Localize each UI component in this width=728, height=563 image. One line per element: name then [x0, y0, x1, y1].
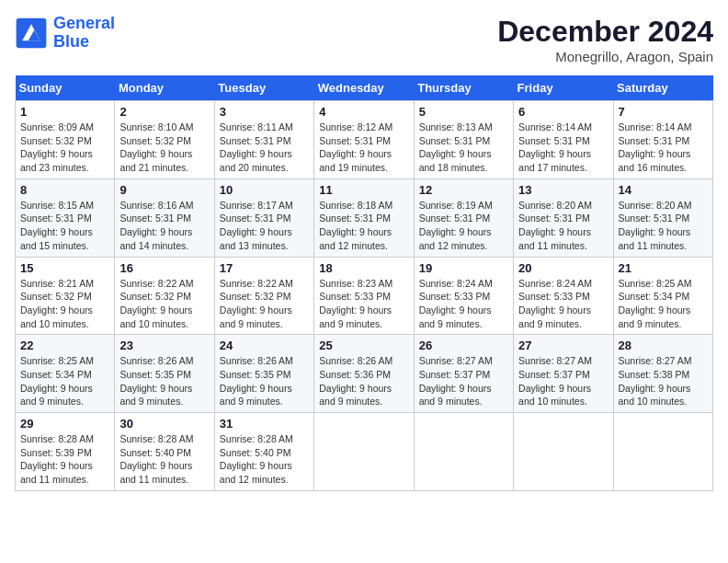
day-number: 25	[319, 339, 408, 352]
calendar-cell: 3 Sunrise: 8:11 AMSunset: 5:31 PMDayligh…	[214, 101, 313, 179]
calendar-cell: 13 Sunrise: 8:20 AMSunset: 5:31 PMDaylig…	[514, 178, 613, 257]
day-info: Sunrise: 8:09 AMSunset: 5:32 PMDaylight:…	[20, 121, 94, 173]
day-number: 3	[220, 105, 309, 119]
calendar-cell: 8 Sunrise: 8:15 AMSunset: 5:31 PMDayligh…	[16, 178, 115, 257]
calendar-cell	[613, 413, 712, 491]
day-number: 9	[119, 183, 209, 197]
calendar-week-row: 1 Sunrise: 8:09 AMSunset: 5:32 PMDayligh…	[16, 101, 713, 179]
day-info: Sunrise: 8:16 AMSunset: 5:31 PMDaylight:…	[119, 200, 193, 251]
calendar-cell	[314, 413, 414, 491]
calendar-cell: 1 Sunrise: 8:09 AMSunset: 5:32 PMDayligh…	[16, 101, 115, 179]
day-info: Sunrise: 8:14 AMSunset: 5:31 PMDaylight:…	[518, 121, 592, 173]
day-info: Sunrise: 8:17 AMSunset: 5:31 PMDaylight:…	[220, 200, 293, 251]
day-number: 23	[119, 339, 209, 352]
logo-icon	[15, 17, 48, 50]
day-number: 7	[619, 105, 708, 119]
day-info: Sunrise: 8:27 AMSunset: 5:38 PMDaylight:…	[619, 355, 692, 407]
col-saturday: Saturday	[613, 75, 712, 101]
day-info: Sunrise: 8:28 AMSunset: 5:40 PMDaylight:…	[119, 433, 193, 485]
calendar-cell: 20 Sunrise: 8:24 AMSunset: 5:33 PMDaylig…	[514, 257, 613, 335]
day-info: Sunrise: 8:24 AMSunset: 5:33 PMDaylight:…	[518, 278, 592, 329]
day-number: 30	[119, 417, 209, 431]
calendar-cell: 26 Sunrise: 8:27 AMSunset: 5:37 PMDaylig…	[414, 335, 513, 413]
calendar-cell: 25 Sunrise: 8:26 AMSunset: 5:36 PMDaylig…	[314, 335, 414, 413]
day-number: 20	[518, 261, 608, 275]
logo-text: General Blue	[53, 15, 115, 52]
calendar-table: Sunday Monday Tuesday Wednesday Thursday…	[15, 75, 713, 491]
calendar-cell: 23 Sunrise: 8:26 AMSunset: 5:35 PMDaylig…	[115, 335, 214, 413]
calendar-cell: 14 Sunrise: 8:20 AMSunset: 5:31 PMDaylig…	[613, 178, 712, 257]
day-number: 18	[319, 261, 408, 275]
day-number: 14	[619, 183, 708, 197]
calendar-cell: 12 Sunrise: 8:19 AMSunset: 5:31 PMDaylig…	[414, 178, 513, 257]
calendar-cell: 18 Sunrise: 8:23 AMSunset: 5:33 PMDaylig…	[314, 257, 414, 335]
day-info: Sunrise: 8:13 AMSunset: 5:31 PMDaylight:…	[419, 121, 493, 173]
calendar-header-row: Sunday Monday Tuesday Wednesday Thursday…	[16, 75, 713, 101]
calendar-cell: 2 Sunrise: 8:10 AMSunset: 5:32 PMDayligh…	[115, 101, 214, 179]
calendar-cell	[414, 413, 513, 491]
month-title: December 2024	[497, 15, 713, 49]
day-number: 12	[419, 183, 508, 197]
calendar-cell: 11 Sunrise: 8:18 AMSunset: 5:31 PMDaylig…	[314, 178, 414, 257]
day-number: 4	[319, 105, 408, 119]
day-info: Sunrise: 8:27 AMSunset: 5:37 PMDaylight:…	[518, 355, 592, 407]
day-info: Sunrise: 8:15 AMSunset: 5:31 PMDaylight:…	[20, 200, 94, 251]
day-info: Sunrise: 8:23 AMSunset: 5:33 PMDaylight:…	[319, 278, 392, 329]
day-info: Sunrise: 8:12 AMSunset: 5:31 PMDaylight:…	[319, 121, 392, 173]
calendar-cell	[514, 413, 613, 491]
calendar-cell: 17 Sunrise: 8:22 AMSunset: 5:32 PMDaylig…	[214, 257, 313, 335]
col-sunday: Sunday	[16, 75, 115, 101]
day-info: Sunrise: 8:14 AMSunset: 5:31 PMDaylight:…	[619, 121, 692, 173]
day-info: Sunrise: 8:19 AMSunset: 5:31 PMDaylight:…	[419, 200, 493, 251]
day-number: 26	[419, 339, 508, 352]
page-header: General Blue December 2024 Monegrillo, A…	[15, 15, 713, 64]
day-info: Sunrise: 8:20 AMSunset: 5:31 PMDaylight:…	[518, 200, 592, 251]
calendar-cell: 21 Sunrise: 8:25 AMSunset: 5:34 PMDaylig…	[613, 257, 712, 335]
day-number: 16	[119, 261, 209, 275]
calendar-cell: 28 Sunrise: 8:27 AMSunset: 5:38 PMDaylig…	[613, 335, 712, 413]
calendar-week-row: 29 Sunrise: 8:28 AMSunset: 5:39 PMDaylig…	[16, 413, 713, 491]
day-number: 15	[20, 261, 109, 275]
calendar-week-row: 22 Sunrise: 8:25 AMSunset: 5:34 PMDaylig…	[16, 335, 713, 413]
day-number: 6	[518, 105, 608, 119]
day-info: Sunrise: 8:20 AMSunset: 5:31 PMDaylight:…	[619, 200, 692, 251]
calendar-cell: 19 Sunrise: 8:24 AMSunset: 5:33 PMDaylig…	[414, 257, 513, 335]
calendar-week-row: 8 Sunrise: 8:15 AMSunset: 5:31 PMDayligh…	[16, 178, 713, 257]
day-info: Sunrise: 8:25 AMSunset: 5:34 PMDaylight:…	[619, 278, 692, 329]
day-info: Sunrise: 8:26 AMSunset: 5:35 PMDaylight:…	[119, 355, 193, 407]
calendar-cell: 10 Sunrise: 8:17 AMSunset: 5:31 PMDaylig…	[214, 178, 313, 257]
calendar-cell: 30 Sunrise: 8:28 AMSunset: 5:40 PMDaylig…	[115, 413, 214, 491]
day-number: 31	[220, 417, 309, 431]
calendar-cell: 22 Sunrise: 8:25 AMSunset: 5:34 PMDaylig…	[16, 335, 115, 413]
day-number: 13	[518, 183, 608, 197]
calendar-cell: 16 Sunrise: 8:22 AMSunset: 5:32 PMDaylig…	[115, 257, 214, 335]
col-friday: Friday	[514, 75, 613, 101]
day-number: 21	[619, 261, 708, 275]
day-info: Sunrise: 8:24 AMSunset: 5:33 PMDaylight:…	[419, 278, 493, 329]
calendar-cell: 24 Sunrise: 8:26 AMSunset: 5:35 PMDaylig…	[214, 335, 313, 413]
calendar-cell: 7 Sunrise: 8:14 AMSunset: 5:31 PMDayligh…	[613, 101, 712, 179]
day-info: Sunrise: 8:21 AMSunset: 5:32 PMDaylight:…	[20, 278, 94, 329]
day-number: 2	[119, 105, 209, 119]
col-tuesday: Tuesday	[214, 75, 313, 101]
day-number: 17	[220, 261, 309, 275]
day-number: 22	[20, 339, 109, 352]
day-number: 5	[419, 105, 508, 119]
day-info: Sunrise: 8:18 AMSunset: 5:31 PMDaylight:…	[319, 200, 392, 251]
day-number: 11	[319, 183, 408, 197]
day-number: 29	[20, 417, 109, 431]
col-monday: Monday	[115, 75, 214, 101]
col-wednesday: Wednesday	[314, 75, 414, 101]
calendar-cell: 9 Sunrise: 8:16 AMSunset: 5:31 PMDayligh…	[115, 178, 214, 257]
day-info: Sunrise: 8:25 AMSunset: 5:34 PMDaylight:…	[20, 355, 94, 407]
day-number: 28	[619, 339, 708, 352]
day-info: Sunrise: 8:26 AMSunset: 5:35 PMDaylight:…	[220, 355, 293, 407]
title-block: December 2024 Monegrillo, Aragon, Spain	[497, 15, 713, 64]
calendar-cell: 29 Sunrise: 8:28 AMSunset: 5:39 PMDaylig…	[16, 413, 115, 491]
calendar-week-row: 15 Sunrise: 8:21 AMSunset: 5:32 PMDaylig…	[16, 257, 713, 335]
calendar-cell: 31 Sunrise: 8:28 AMSunset: 5:40 PMDaylig…	[214, 413, 313, 491]
calendar-cell: 15 Sunrise: 8:21 AMSunset: 5:32 PMDaylig…	[16, 257, 115, 335]
day-number: 19	[419, 261, 508, 275]
calendar-cell: 4 Sunrise: 8:12 AMSunset: 5:31 PMDayligh…	[314, 101, 414, 179]
col-thursday: Thursday	[414, 75, 513, 101]
